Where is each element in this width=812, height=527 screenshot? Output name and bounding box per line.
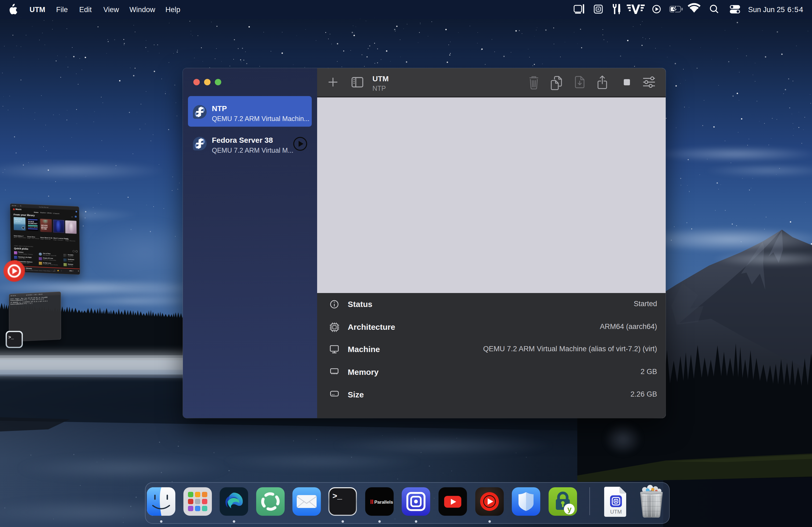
svg-text:y: y	[567, 505, 572, 513]
svg-text:>_: >_	[8, 335, 14, 340]
svg-text:Parallels: Parallels	[374, 500, 393, 505]
svg-text:>_: >_	[332, 492, 342, 501]
svg-text:UTM: UTM	[610, 509, 622, 515]
